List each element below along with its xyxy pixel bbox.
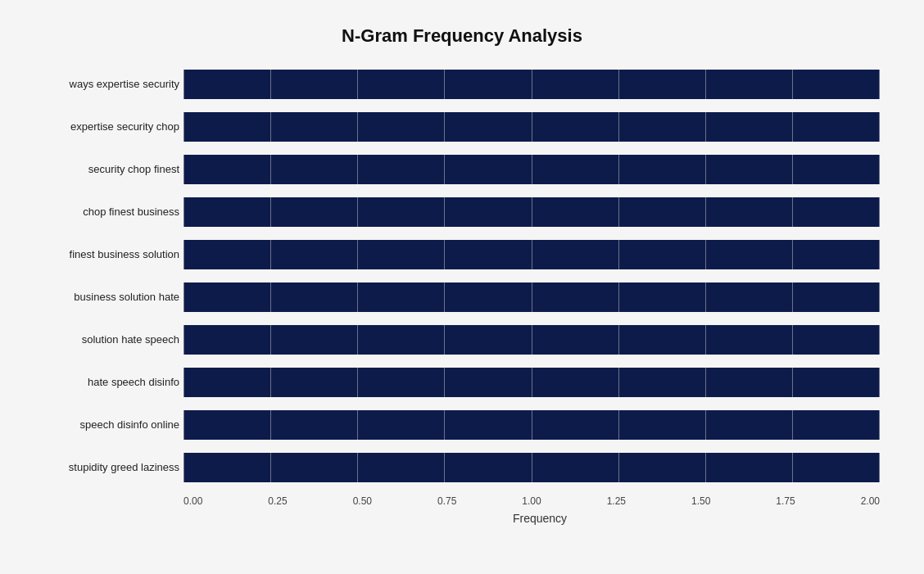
bar-background — [183, 155, 880, 184]
bar-label: chop finest business — [28, 206, 179, 218]
bar-background — [183, 282, 880, 312]
bar-wrapper — [183, 70, 880, 99]
bar-label: expertise security chop — [28, 120, 179, 133]
bar-label: stupidity greed laziness — [28, 461, 179, 473]
bar-row: finest business solution — [183, 233, 880, 276]
bar-row: ways expertise security — [183, 63, 880, 106]
x-tick: 0.25 — [268, 495, 287, 507]
bar-background — [183, 112, 880, 142]
bar-row: speech disinfo online — [183, 404, 880, 446]
x-tick: 1.50 — [691, 495, 710, 507]
bar-wrapper — [183, 368, 880, 397]
bar-wrapper — [183, 282, 880, 312]
bar-background — [183, 453, 880, 482]
bar-fill — [183, 240, 880, 269]
x-tick: 1.25 — [607, 495, 626, 507]
x-tick: 2.00 — [861, 495, 880, 507]
bar-label: ways expertise security — [28, 78, 179, 90]
bar-wrapper — [183, 112, 880, 142]
bar-fill — [183, 70, 880, 99]
bar-wrapper — [183, 197, 880, 227]
bar-row: expertise security chop — [183, 106, 880, 148]
bar-row: chop finest business — [183, 191, 880, 233]
bar-label: solution hate speech — [28, 333, 179, 346]
bar-label: security chop finest — [28, 163, 179, 175]
x-tick: 1.75 — [776, 495, 795, 507]
bar-fill — [183, 410, 880, 440]
x-tick: 1.00 — [522, 495, 541, 507]
bar-wrapper — [183, 453, 880, 482]
bar-label: speech disinfo online — [28, 418, 179, 431]
x-tick: 0.50 — [353, 495, 372, 507]
bar-label: business solution hate — [28, 291, 179, 303]
chart-area: ways expertise securityexpertise securit… — [183, 63, 880, 489]
x-tick: 0.00 — [183, 495, 202, 507]
bar-row: solution hate speech — [183, 319, 880, 361]
bar-wrapper — [183, 410, 880, 440]
bar-fill — [183, 453, 880, 482]
x-tick: 0.75 — [437, 495, 456, 507]
bar-row: business solution hate — [183, 276, 880, 319]
chart-title: N-Gram Frequency Analysis — [28, 25, 896, 47]
bar-fill — [183, 197, 880, 227]
x-axis-label: Frequency — [183, 512, 896, 525]
bar-wrapper — [183, 325, 880, 355]
bar-label: hate speech disinfo — [28, 376, 179, 388]
bar-fill — [183, 325, 880, 355]
bar-wrapper — [183, 240, 880, 269]
bar-background — [183, 197, 880, 227]
chart-container: N-Gram Frequency Analysis ways expertise… — [11, 9, 913, 566]
bar-background — [183, 325, 880, 355]
bar-fill — [183, 368, 880, 397]
bar-label: finest business solution — [28, 248, 179, 260]
x-axis: 0.000.250.500.751.001.251.501.752.00 — [183, 495, 880, 507]
bar-background — [183, 368, 880, 397]
bar-wrapper — [183, 155, 880, 184]
bar-background — [183, 70, 880, 99]
bar-fill — [183, 282, 880, 312]
bar-background — [183, 410, 880, 440]
bar-fill — [183, 112, 880, 142]
bar-row: stupidity greed laziness — [183, 446, 880, 489]
bar-row: hate speech disinfo — [183, 361, 880, 404]
bar-background — [183, 240, 880, 269]
bar-row: security chop finest — [183, 148, 880, 191]
bar-fill — [183, 155, 880, 184]
